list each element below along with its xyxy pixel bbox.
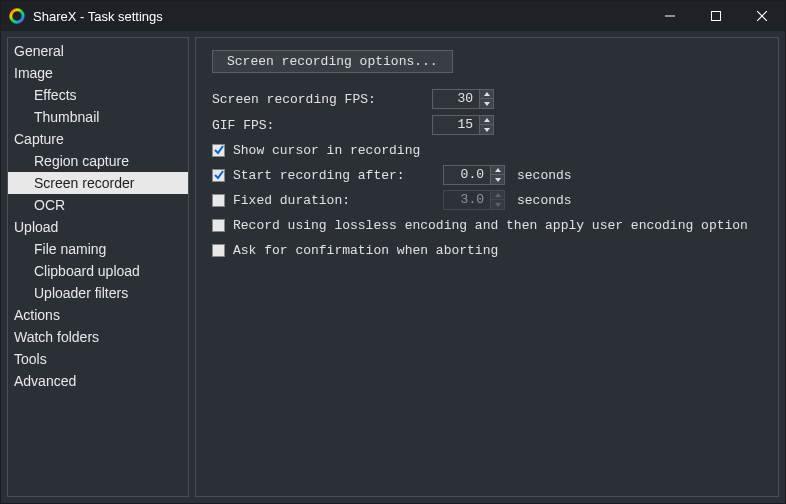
spinner-down-icon[interactable] [480,99,493,108]
fixed-duration-checkbox[interactable] [212,194,225,207]
spinner-up-icon[interactable] [491,166,504,175]
giffps-label: GIF FPS: [212,118,418,133]
start-after-checkbox[interactable] [212,169,225,182]
ask-abort-checkbox[interactable] [212,244,225,257]
app-icon [9,8,25,24]
sidebar-item-uploader-filters[interactable]: Uploader filters [8,282,188,304]
spinner-up-icon[interactable] [480,116,493,125]
svg-marker-7 [484,118,490,122]
sidebar-item-clipboard-upload[interactable]: Clipboard upload [8,260,188,282]
sidebar-item-capture[interactable]: Capture [8,128,188,150]
svg-marker-12 [495,203,501,207]
sidebar-item-region-capture[interactable]: Region capture [8,150,188,172]
sidebar-item-actions[interactable]: Actions [8,304,188,326]
start-after-value[interactable]: 0.0 [444,166,490,184]
screen-recording-options-button[interactable]: Screen recording options... [212,50,453,73]
spinner-down-icon [491,200,504,209]
svg-point-0 [11,10,23,22]
close-button[interactable] [739,1,785,31]
sidebar-item-effects[interactable]: Effects [8,84,188,106]
sidebar-item-advanced[interactable]: Advanced [8,370,188,392]
svg-marker-10 [495,178,501,182]
sidebar-item-upload[interactable]: Upload [8,216,188,238]
fps-label: Screen recording FPS: [212,92,418,107]
lossless-checkbox[interactable] [212,219,225,232]
svg-marker-8 [484,128,490,132]
sidebar-item-image[interactable]: Image [8,62,188,84]
fps-spinner[interactable]: 30 [432,89,494,109]
show-cursor-checkbox[interactable] [212,144,225,157]
sidebar-item-screen-recorder[interactable]: Screen recorder [8,172,188,194]
sidebar-item-watch-folders[interactable]: Watch folders [8,326,188,348]
svg-marker-11 [495,193,501,197]
start-after-unit: seconds [517,168,572,183]
svg-rect-2 [712,12,721,21]
window: ShareX - Task settings GeneralImageEffec… [0,0,786,504]
ask-abort-label[interactable]: Ask for confirmation when aborting [233,243,498,258]
svg-marker-5 [484,92,490,96]
svg-marker-6 [484,102,490,106]
fixed-duration-label[interactable]: Fixed duration: [233,193,443,208]
sidebar-item-general[interactable]: General [8,40,188,62]
sidebar-item-file-naming[interactable]: File naming [8,238,188,260]
start-after-label[interactable]: Start recording after: [233,168,443,183]
show-cursor-row: Show cursor in recording [212,139,762,161]
spinner-up-icon[interactable] [480,90,493,99]
fixed-duration-spinner: 3.0 [443,190,505,210]
maximize-button[interactable] [693,1,739,31]
spinner-up-icon [491,191,504,200]
lossless-label[interactable]: Record using lossless encoding and then … [233,218,748,233]
ask-abort-row: Ask for confirmation when aborting [212,239,762,261]
giffps-spinner[interactable]: 15 [432,115,494,135]
content: GeneralImageEffectsThumbnailCaptureRegio… [1,31,785,503]
fps-value[interactable]: 30 [433,90,479,108]
sidebar-tree[interactable]: GeneralImageEffectsThumbnailCaptureRegio… [7,37,189,497]
sidebar-item-thumbnail[interactable]: Thumbnail [8,106,188,128]
fixed-duration-value: 3.0 [444,191,490,209]
fps-row: Screen recording FPS: 30 [212,87,762,111]
lossless-row: Record using lossless encoding and then … [212,214,762,236]
settings-panel: Screen recording options... Screen recor… [195,37,779,497]
spinner-down-icon[interactable] [491,175,504,184]
titlebar: ShareX - Task settings [1,1,785,31]
window-title: ShareX - Task settings [33,9,163,24]
spinner-down-icon[interactable] [480,125,493,134]
svg-marker-9 [495,168,501,172]
giffps-value[interactable]: 15 [433,116,479,134]
start-after-spinner[interactable]: 0.0 [443,165,505,185]
start-after-row: Start recording after: 0.0 seconds [212,164,762,186]
fixed-duration-row: Fixed duration: 3.0 seconds [212,189,762,211]
sidebar-item-tools[interactable]: Tools [8,348,188,370]
sidebar-item-ocr[interactable]: OCR [8,194,188,216]
fixed-duration-unit: seconds [517,193,572,208]
minimize-button[interactable] [647,1,693,31]
giffps-row: GIF FPS: 15 [212,113,762,137]
show-cursor-label[interactable]: Show cursor in recording [233,143,420,158]
